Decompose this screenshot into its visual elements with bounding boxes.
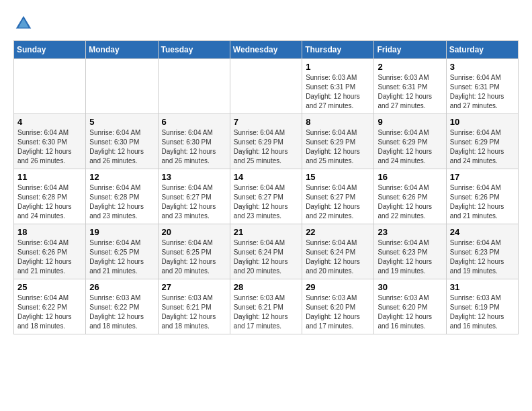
calendar-day-cell: 24Sunrise: 6:04 AM Sunset: 6:23 PM Dayli… bbox=[446, 224, 518, 279]
day-number: 14 bbox=[234, 172, 298, 182]
calendar-day-cell: 25Sunrise: 6:04 AM Sunset: 6:22 PM Dayli… bbox=[14, 279, 86, 334]
day-info: Sunrise: 6:04 AM Sunset: 6:31 PM Dayligh… bbox=[450, 73, 515, 111]
calendar-day-cell: 8Sunrise: 6:04 AM Sunset: 6:29 PM Daylig… bbox=[302, 114, 374, 169]
calendar-day-cell: 9Sunrise: 6:04 AM Sunset: 6:29 PM Daylig… bbox=[374, 114, 446, 169]
day-number: 3 bbox=[450, 62, 515, 72]
day-info: Sunrise: 6:04 AM Sunset: 6:28 PM Dayligh… bbox=[17, 183, 82, 221]
calendar-day-cell: 10Sunrise: 6:04 AM Sunset: 6:29 PM Dayli… bbox=[446, 114, 518, 169]
day-info: Sunrise: 6:04 AM Sunset: 6:24 PM Dayligh… bbox=[306, 238, 370, 276]
calendar-day-cell bbox=[14, 59, 86, 114]
calendar-day-cell: 2Sunrise: 6:03 AM Sunset: 6:31 PM Daylig… bbox=[374, 59, 446, 114]
weekday-header-sunday: Sunday bbox=[14, 41, 86, 59]
day-info: Sunrise: 6:04 AM Sunset: 6:26 PM Dayligh… bbox=[378, 183, 442, 221]
day-number: 16 bbox=[378, 172, 442, 182]
day-number: 5 bbox=[89, 117, 154, 127]
calendar-week-3: 11Sunrise: 6:04 AM Sunset: 6:28 PM Dayli… bbox=[14, 169, 519, 224]
day-number: 15 bbox=[306, 172, 370, 182]
day-info: Sunrise: 6:04 AM Sunset: 6:23 PM Dayligh… bbox=[450, 238, 515, 276]
day-number: 27 bbox=[162, 282, 226, 292]
day-info: Sunrise: 6:03 AM Sunset: 6:21 PM Dayligh… bbox=[234, 293, 298, 331]
day-number: 23 bbox=[378, 227, 442, 237]
day-info: Sunrise: 6:04 AM Sunset: 6:24 PM Dayligh… bbox=[234, 238, 298, 276]
calendar-day-cell: 16Sunrise: 6:04 AM Sunset: 6:26 PM Dayli… bbox=[374, 169, 446, 224]
weekday-header-friday: Friday bbox=[374, 41, 446, 59]
calendar-day-cell: 23Sunrise: 6:04 AM Sunset: 6:23 PM Dayli… bbox=[374, 224, 446, 279]
day-number: 28 bbox=[234, 282, 298, 292]
calendar-day-cell: 30Sunrise: 6:03 AM Sunset: 6:20 PM Dayli… bbox=[374, 279, 446, 334]
day-number: 18 bbox=[17, 227, 82, 237]
calendar-day-cell: 17Sunrise: 6:04 AM Sunset: 6:26 PM Dayli… bbox=[446, 169, 518, 224]
day-info: Sunrise: 6:04 AM Sunset: 6:29 PM Dayligh… bbox=[306, 128, 370, 166]
day-info: Sunrise: 6:03 AM Sunset: 6:22 PM Dayligh… bbox=[89, 293, 154, 331]
day-info: Sunrise: 6:04 AM Sunset: 6:27 PM Dayligh… bbox=[162, 183, 226, 221]
day-number: 26 bbox=[89, 282, 154, 292]
weekday-header-saturday: Saturday bbox=[446, 41, 518, 59]
calendar-day-cell: 11Sunrise: 6:04 AM Sunset: 6:28 PM Dayli… bbox=[14, 169, 86, 224]
calendar-day-cell: 5Sunrise: 6:04 AM Sunset: 6:30 PM Daylig… bbox=[86, 114, 158, 169]
day-number: 1 bbox=[306, 62, 370, 72]
calendar-week-4: 18Sunrise: 6:04 AM Sunset: 6:26 PM Dayli… bbox=[14, 224, 519, 279]
day-number: 30 bbox=[378, 282, 442, 292]
day-number: 31 bbox=[450, 282, 515, 292]
day-number: 9 bbox=[378, 117, 442, 127]
day-info: Sunrise: 6:04 AM Sunset: 6:29 PM Dayligh… bbox=[450, 128, 515, 166]
calendar-day-cell bbox=[158, 59, 230, 114]
calendar-day-cell: 28Sunrise: 6:03 AM Sunset: 6:21 PM Dayli… bbox=[230, 279, 302, 334]
calendar-day-cell: 7Sunrise: 6:04 AM Sunset: 6:29 PM Daylig… bbox=[230, 114, 302, 169]
weekday-header-monday: Monday bbox=[86, 41, 158, 59]
calendar-week-1: 1Sunrise: 6:03 AM Sunset: 6:31 PM Daylig… bbox=[14, 59, 519, 114]
header bbox=[13, 13, 519, 34]
day-number: 29 bbox=[306, 282, 370, 292]
day-number: 19 bbox=[89, 227, 154, 237]
calendar-day-cell: 22Sunrise: 6:04 AM Sunset: 6:24 PM Dayli… bbox=[302, 224, 374, 279]
day-info: Sunrise: 6:04 AM Sunset: 6:22 PM Dayligh… bbox=[17, 293, 82, 331]
day-info: Sunrise: 6:03 AM Sunset: 6:20 PM Dayligh… bbox=[378, 293, 442, 331]
calendar-week-2: 4Sunrise: 6:04 AM Sunset: 6:30 PM Daylig… bbox=[14, 114, 519, 169]
day-info: Sunrise: 6:03 AM Sunset: 6:31 PM Dayligh… bbox=[306, 73, 370, 111]
day-info: Sunrise: 6:04 AM Sunset: 6:27 PM Dayligh… bbox=[306, 183, 370, 221]
calendar-day-cell: 6Sunrise: 6:04 AM Sunset: 6:30 PM Daylig… bbox=[158, 114, 230, 169]
day-number: 25 bbox=[17, 282, 82, 292]
day-number: 12 bbox=[89, 172, 154, 182]
calendar-day-cell: 31Sunrise: 6:03 AM Sunset: 6:19 PM Dayli… bbox=[446, 279, 518, 334]
calendar-header-row: SundayMondayTuesdayWednesdayThursdayFrid… bbox=[14, 41, 519, 59]
day-number: 22 bbox=[306, 227, 370, 237]
calendar-day-cell: 1Sunrise: 6:03 AM Sunset: 6:31 PM Daylig… bbox=[302, 59, 374, 114]
logo bbox=[13, 13, 36, 34]
logo-icon bbox=[13, 13, 34, 34]
day-info: Sunrise: 6:03 AM Sunset: 6:21 PM Dayligh… bbox=[162, 293, 226, 331]
day-number: 24 bbox=[450, 227, 515, 237]
day-info: Sunrise: 6:04 AM Sunset: 6:26 PM Dayligh… bbox=[17, 238, 82, 276]
day-number: 11 bbox=[17, 172, 82, 182]
day-info: Sunrise: 6:04 AM Sunset: 6:30 PM Dayligh… bbox=[162, 128, 226, 166]
day-number: 8 bbox=[306, 117, 370, 127]
calendar-day-cell: 29Sunrise: 6:03 AM Sunset: 6:20 PM Dayli… bbox=[302, 279, 374, 334]
day-number: 20 bbox=[162, 227, 226, 237]
day-info: Sunrise: 6:04 AM Sunset: 6:30 PM Dayligh… bbox=[17, 128, 82, 166]
day-info: Sunrise: 6:03 AM Sunset: 6:20 PM Dayligh… bbox=[306, 293, 370, 331]
calendar-day-cell: 13Sunrise: 6:04 AM Sunset: 6:27 PM Dayli… bbox=[158, 169, 230, 224]
day-info: Sunrise: 6:04 AM Sunset: 6:27 PM Dayligh… bbox=[234, 183, 298, 221]
day-info: Sunrise: 6:04 AM Sunset: 6:29 PM Dayligh… bbox=[378, 128, 442, 166]
calendar-table: SundayMondayTuesdayWednesdayThursdayFrid… bbox=[13, 40, 519, 334]
calendar-day-cell bbox=[86, 59, 158, 114]
calendar-day-cell: 12Sunrise: 6:04 AM Sunset: 6:28 PM Dayli… bbox=[86, 169, 158, 224]
day-number: 21 bbox=[234, 227, 298, 237]
day-number: 17 bbox=[450, 172, 515, 182]
calendar-day-cell: 20Sunrise: 6:04 AM Sunset: 6:25 PM Dayli… bbox=[158, 224, 230, 279]
calendar-day-cell: 26Sunrise: 6:03 AM Sunset: 6:22 PM Dayli… bbox=[86, 279, 158, 334]
calendar-day-cell: 18Sunrise: 6:04 AM Sunset: 6:26 PM Dayli… bbox=[14, 224, 86, 279]
day-info: Sunrise: 6:03 AM Sunset: 6:19 PM Dayligh… bbox=[450, 293, 515, 331]
day-info: Sunrise: 6:04 AM Sunset: 6:28 PM Dayligh… bbox=[89, 183, 154, 221]
calendar-day-cell: 27Sunrise: 6:03 AM Sunset: 6:21 PM Dayli… bbox=[158, 279, 230, 334]
calendar-day-cell: 15Sunrise: 6:04 AM Sunset: 6:27 PM Dayli… bbox=[302, 169, 374, 224]
calendar-week-5: 25Sunrise: 6:04 AM Sunset: 6:22 PM Dayli… bbox=[14, 279, 519, 334]
day-number: 7 bbox=[234, 117, 298, 127]
calendar-day-cell: 4Sunrise: 6:04 AM Sunset: 6:30 PM Daylig… bbox=[14, 114, 86, 169]
day-info: Sunrise: 6:04 AM Sunset: 6:29 PM Dayligh… bbox=[234, 128, 298, 166]
day-number: 2 bbox=[378, 62, 442, 72]
calendar-day-cell bbox=[230, 59, 302, 114]
weekday-header-wednesday: Wednesday bbox=[230, 41, 302, 59]
calendar-day-cell: 14Sunrise: 6:04 AM Sunset: 6:27 PM Dayli… bbox=[230, 169, 302, 224]
calendar-day-cell: 21Sunrise: 6:04 AM Sunset: 6:24 PM Dayli… bbox=[230, 224, 302, 279]
